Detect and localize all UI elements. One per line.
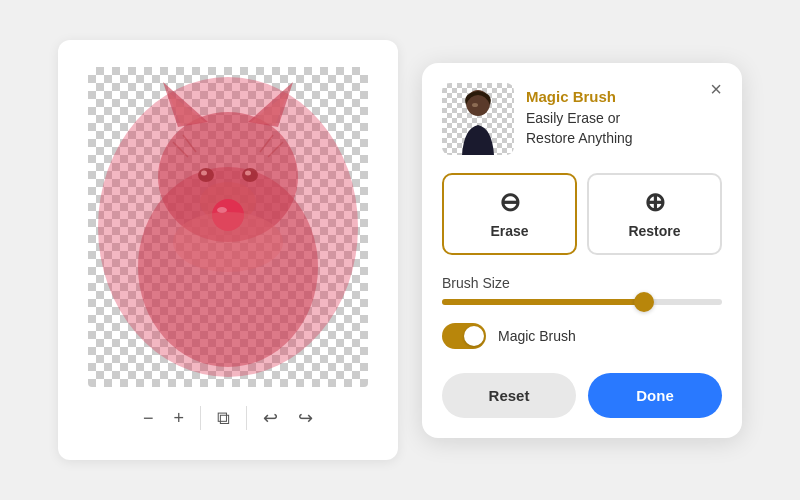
- preview-text: Magic Brush Easily Erase or Restore Anyt…: [526, 88, 633, 148]
- canvas-image: [88, 67, 368, 387]
- brush-size-slider-track[interactable]: [442, 299, 722, 305]
- erase-mode-button[interactable]: ⊖ Erase: [442, 173, 577, 255]
- toolbar-separator-2: [246, 406, 247, 430]
- erase-label: Erase: [490, 223, 528, 239]
- zoom-in-button[interactable]: +: [170, 404, 189, 433]
- svg-point-20: [472, 103, 478, 107]
- magic-brush-panel: × Magic Brush Easily Erase or Restore An…: [422, 63, 742, 438]
- close-button[interactable]: ×: [704, 77, 728, 101]
- svg-point-8: [242, 168, 258, 182]
- toggle-knob: [464, 326, 484, 346]
- brush-size-label: Brush Size: [442, 275, 722, 291]
- layers-button[interactable]: ⧉: [213, 404, 234, 433]
- svg-point-7: [198, 168, 214, 182]
- toolbar-separator-1: [200, 406, 201, 430]
- done-button[interactable]: Done: [588, 373, 722, 418]
- restore-icon: ⊕: [644, 189, 666, 215]
- svg-point-10: [245, 171, 251, 176]
- undo-button[interactable]: ↩: [259, 403, 282, 433]
- wolf-svg: [88, 67, 368, 387]
- mode-buttons: ⊖ Erase ⊕ Restore: [442, 173, 722, 255]
- zoom-out-button[interactable]: −: [139, 404, 158, 433]
- canvas-area: − + ⧉ ↩ ↪: [58, 40, 398, 460]
- preview-title: Magic Brush: [526, 88, 633, 105]
- canvas-toolbar: − + ⧉ ↩ ↪: [139, 403, 317, 433]
- preview-thumbnail: [442, 83, 514, 155]
- erase-icon: ⊖: [499, 189, 521, 215]
- brush-size-section: Brush Size: [442, 275, 722, 305]
- magic-brush-row: Magic Brush: [442, 323, 722, 349]
- redo-button[interactable]: ↪: [294, 403, 317, 433]
- restore-label: Restore: [628, 223, 680, 239]
- preview-banner: Magic Brush Easily Erase or Restore Anyt…: [442, 83, 722, 155]
- thumbnail-svg: [442, 83, 514, 155]
- svg-point-18: [173, 212, 283, 272]
- magic-brush-toggle[interactable]: [442, 323, 486, 349]
- restore-mode-button[interactable]: ⊕ Restore: [587, 173, 722, 255]
- action-buttons: Reset Done: [442, 373, 722, 418]
- svg-point-9: [201, 171, 207, 176]
- reset-button[interactable]: Reset: [442, 373, 576, 418]
- preview-subtitle: Easily Erase or Restore Anything: [526, 109, 633, 148]
- magic-brush-label: Magic Brush: [498, 328, 576, 344]
